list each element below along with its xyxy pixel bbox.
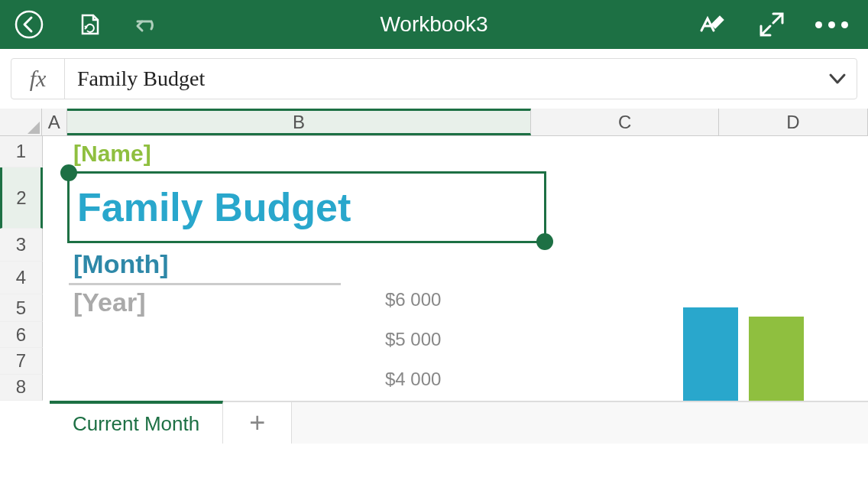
- row-header-1[interactable]: 1: [0, 136, 43, 167]
- selected-cell-B2[interactable]: Family Budget: [67, 171, 546, 243]
- titlebar-left: [14, 9, 164, 40]
- style-pen-icon[interactable]: [697, 9, 727, 40]
- titlebar-right: [697, 9, 847, 40]
- refresh-file-icon[interactable]: [73, 9, 104, 40]
- column-header-C[interactable]: C: [531, 109, 719, 135]
- ytick-6000: $6 000: [385, 289, 441, 310]
- select-all-corner[interactable]: [0, 109, 42, 135]
- row-headers: 1 2 3 4 5 6 7 8: [0, 136, 43, 401]
- row-header-8[interactable]: 8: [0, 375, 43, 401]
- cell-B4-year[interactable]: [Year]: [73, 288, 146, 317]
- spreadsheet-grid[interactable]: A B C D 1 2 3 4 5 6 7 8 [Name] Family Bu…: [0, 109, 868, 444]
- selection-handle-bottom-right[interactable]: [536, 233, 553, 250]
- column-header-A[interactable]: A: [42, 109, 67, 135]
- month-underline: [69, 283, 341, 285]
- sheet-tab-current-month[interactable]: Current Month: [50, 401, 223, 444]
- ellipsis-icon: [815, 21, 848, 28]
- column-headers: A B C D: [0, 109, 868, 136]
- column-header-B[interactable]: B: [67, 109, 531, 135]
- ytick-4000: $4 000: [385, 369, 441, 390]
- workbook-title: Workbook3: [380, 12, 487, 37]
- fx-label: fx: [11, 59, 65, 99]
- ytick-5000: $5 000: [385, 329, 441, 350]
- row-header-5[interactable]: 5: [0, 294, 43, 322]
- undo-button[interactable]: [133, 9, 164, 40]
- add-sheet-button[interactable]: +: [223, 401, 292, 444]
- sheet-tabs-filler: [292, 402, 868, 444]
- formula-bar-container: fx: [0, 49, 868, 109]
- column-header-D[interactable]: D: [719, 109, 868, 135]
- cells-area[interactable]: [Name] Family Budget [Month] [Year] $6 0…: [43, 136, 868, 401]
- cell-B2-title: Family Budget: [77, 184, 351, 230]
- titlebar: Workbook3: [0, 0, 868, 49]
- formula-input[interactable]: [65, 67, 818, 91]
- selection-handle-top-left[interactable]: [60, 164, 77, 181]
- back-button[interactable]: [14, 9, 44, 40]
- row-header-3[interactable]: 3: [0, 229, 43, 262]
- row-header-7[interactable]: 7: [0, 348, 43, 374]
- cell-B1-name[interactable]: [Name]: [73, 141, 151, 167]
- sheet-tabs: Current Month +: [50, 401, 868, 444]
- row-header-4[interactable]: 4: [0, 262, 43, 294]
- more-menu-button[interactable]: [816, 9, 847, 40]
- formula-bar[interactable]: fx: [11, 58, 857, 99]
- formula-expand-button[interactable]: [818, 69, 857, 89]
- row-header-6[interactable]: 6: [0, 322, 43, 348]
- cell-B3-month[interactable]: [Month]: [73, 249, 169, 279]
- expand-icon[interactable]: [756, 9, 787, 40]
- row-header-2[interactable]: 2: [0, 167, 43, 229]
- svg-point-0: [16, 11, 42, 37]
